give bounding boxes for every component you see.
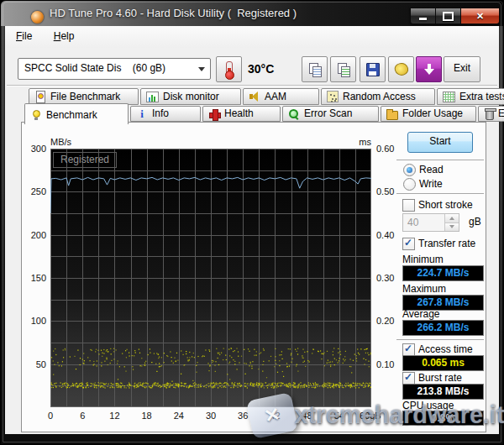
panel-separator	[396, 193, 484, 194]
write-radio[interactable]	[403, 178, 416, 191]
tab-file-benchmark[interactable]: File Benchmark	[29, 88, 139, 105]
file-benchmark-icon	[34, 91, 46, 102]
minimum-label: Minimum	[402, 254, 444, 265]
drive-selector-value: SPCC Solid State Dis (60 gB)	[24, 62, 165, 74]
axis-tick-label: 48	[297, 411, 318, 421]
drive-selector[interactable]: SPCC Solid State Dis (60 gB)	[18, 58, 211, 80]
benchmark-bulb-icon	[30, 109, 42, 121]
download-button[interactable]	[416, 56, 442, 82]
tab-row-lower: Benchmark i Info Health Error Scan Folde…	[24, 106, 504, 122]
axis-tick-label: 150	[22, 273, 46, 283]
axis-tick-label: 54	[329, 411, 349, 421]
exit-button[interactable]: Exit	[444, 56, 480, 82]
copy-screenshot-button[interactable]	[330, 56, 356, 82]
transfer-rate-label: Transfer rate	[418, 238, 475, 249]
tab-random-access[interactable]: Random Access	[321, 88, 435, 105]
tab-extra-tests[interactable]: Extra tests	[437, 88, 504, 105]
burst-rate-checkbox[interactable]	[402, 372, 415, 385]
copy-screenshot-icon	[337, 63, 350, 76]
axis-tick-label: 200	[22, 230, 46, 240]
axis-tick-label: 36	[233, 411, 253, 421]
close-button[interactable]: ✕	[461, 8, 499, 24]
minimize-icon	[419, 18, 427, 20]
tab-benchmark[interactable]: Benchmark	[24, 103, 129, 124]
y-right-axis-unit: ms	[346, 137, 371, 147]
short-stroke-size-spinner[interactable]: 40	[402, 213, 459, 232]
menu-file[interactable]: File	[8, 26, 39, 46]
info-icon: i	[136, 108, 148, 120]
access-time-value: 0.065 ms	[402, 355, 484, 371]
axis-tick-label: 0.50	[376, 186, 405, 196]
minimize-button[interactable]	[411, 8, 436, 24]
start-label: Start	[429, 135, 450, 147]
axis-tick-label: 0.20	[376, 316, 405, 326]
tab-label: AAM	[265, 91, 286, 103]
axis-tick-label: 300	[22, 144, 46, 154]
tab-health[interactable]: Health	[202, 106, 281, 122]
short-stroke-size-value: 40	[407, 217, 418, 228]
spin-up-button[interactable]	[445, 214, 459, 223]
axis-tick-label: 0.60	[376, 144, 405, 154]
tab-label: Health	[224, 107, 254, 120]
tab-label: File Benchmark	[50, 91, 120, 103]
burst-rate-label: Burst rate	[418, 372, 462, 384]
axis-tick-label: 0	[40, 411, 60, 421]
short-stroke-unit-label: gB	[469, 216, 481, 228]
axis-tick-label: 12	[104, 411, 124, 421]
tab-label: Erase	[498, 107, 504, 120]
access-time-checkbox[interactable]	[402, 343, 415, 356]
cpu-usage-label: CPU usage	[402, 400, 454, 411]
titlebar: HD Tune Pro 4.60 - Hard Disk Utility ( R…	[1, 1, 503, 26]
random-access-icon	[327, 91, 339, 102]
window-controls: ✕	[410, 8, 500, 24]
save-screenshot-button[interactable]	[360, 56, 386, 82]
axis-tick-label: 18	[137, 411, 157, 421]
tab-label: Benchmark	[46, 109, 97, 122]
tab-erase[interactable]: Erase	[478, 106, 504, 122]
client-area: File Help SPCC Solid State Dis (60 gB) 3…	[5, 26, 499, 434]
average-label: Average	[402, 308, 439, 320]
read-label: Read	[419, 164, 444, 175]
write-label: Write	[419, 178, 443, 190]
temperature-button[interactable]	[216, 56, 242, 82]
tab-label: Folder Usage	[402, 107, 463, 120]
read-radio[interactable]	[403, 164, 416, 176]
trash-icon	[486, 110, 494, 120]
axis-tick-label: 0.40	[376, 230, 405, 240]
axis-tick-label: 0.10	[376, 359, 405, 369]
copy-text-icon	[308, 63, 322, 76]
disk-monitor-icon	[146, 92, 159, 102]
spinner-buttons	[444, 214, 459, 231]
menu-help[interactable]: Help	[46, 26, 82, 46]
spin-down-button[interactable]	[445, 223, 459, 232]
chevron-down-icon	[198, 67, 205, 71]
tab-error-scan[interactable]: Error Scan	[282, 106, 379, 122]
download-arrow-icon	[423, 64, 435, 76]
tab-folder-usage[interactable]: Folder Usage	[381, 106, 476, 122]
arrow-down-icon	[449, 225, 454, 228]
axis-tick-label: 6	[72, 411, 92, 421]
panel-separator	[396, 160, 484, 160]
tab-aam[interactable]: AAM	[243, 88, 319, 105]
folder-icon	[386, 111, 398, 120]
maximize-button[interactable]	[436, 8, 461, 24]
hand-icon	[393, 61, 409, 77]
tab-info[interactable]: i Info	[130, 106, 201, 122]
exit-label: Exit	[454, 62, 470, 74]
gallery-button[interactable]	[388, 56, 414, 82]
extra-tests-icon	[443, 92, 455, 102]
copy-text-button[interactable]	[302, 56, 328, 82]
close-icon: ✕	[476, 8, 484, 24]
y-left-axis-unit: MB/s	[50, 137, 71, 147]
short-stroke-checkbox[interactable]	[402, 199, 415, 212]
start-button[interactable]: Start	[407, 132, 473, 153]
tab-disk-monitor[interactable]: Disk monitor	[140, 88, 241, 105]
axis-tick-label: 42	[265, 411, 285, 421]
tab-label: Error Scan	[304, 107, 352, 120]
tab-row-upper: File Benchmark Disk monitor AAM Random A…	[29, 88, 504, 105]
axis-tick-label: 30	[201, 411, 221, 421]
tab-label: Extra tests	[459, 91, 504, 103]
transfer-rate-checkbox[interactable]	[402, 238, 415, 250]
menu-help-label: Help	[54, 30, 75, 42]
axis-tick-label: 24	[169, 411, 189, 421]
